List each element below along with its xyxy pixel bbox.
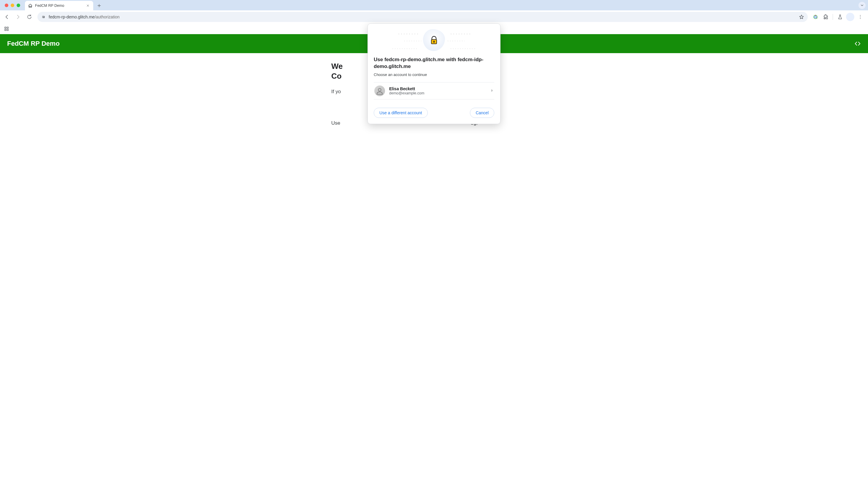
dialog-body: Use fedcm-rp-demo.glitch.me with fedcm-i…: [368, 56, 500, 124]
toolbar-actions: 1: [811, 12, 866, 22]
window-controls: [2, 0, 23, 10]
dialog-title: Use fedcm-rp-demo.glitch.me with fedcm-i…: [374, 56, 494, 70]
svg-point-0: [44, 17, 44, 17]
cancel-button[interactable]: Cancel: [470, 108, 494, 118]
account-name: Elisa Beckett: [389, 86, 487, 91]
svg-point-8: [860, 18, 861, 19]
tab-search-button[interactable]: [859, 2, 866, 9]
tab-strip: FedCM RP Demo: [0, 0, 868, 10]
new-tab-button[interactable]: [95, 1, 103, 10]
extensions-icon[interactable]: [821, 12, 830, 22]
url-host: fedcm-rp-demo.glitch.me: [49, 14, 95, 19]
svg-rect-12: [7, 29, 9, 31]
dialog-subtitle: Choose an account to continue: [374, 72, 494, 77]
browser-tab[interactable]: FedCM RP Demo: [25, 1, 93, 10]
window-minimize-button[interactable]: [11, 4, 14, 7]
svg-point-3: [814, 16, 816, 18]
forward-button[interactable]: [13, 12, 23, 22]
lock-shield-icon: [429, 35, 439, 45]
tab-close-button[interactable]: [86, 3, 90, 8]
svg-point-6: [860, 15, 861, 16]
account-list: Elisa Beckett demo@example.com: [374, 82, 494, 99]
account-email: demo@example.com: [389, 91, 487, 95]
page-header-title: FedCM RP Demo: [7, 40, 60, 48]
dialog-hero: [368, 24, 500, 56]
tab-title: FedCM RP Demo: [35, 4, 83, 8]
fedcm-dialog: Use fedcm-rp-demo.glitch.me with fedcm-i…: [368, 24, 500, 124]
dialog-actions: Use a different account Cancel: [374, 99, 494, 118]
back-button[interactable]: [2, 12, 12, 22]
profile-avatar-icon: [846, 13, 854, 21]
glitch-remix-icon[interactable]: [854, 40, 861, 47]
apps-shortcut-icon[interactable]: [2, 25, 11, 33]
chrome-menu-button[interactable]: [856, 12, 865, 22]
profile-button[interactable]: [845, 12, 855, 22]
account-avatar: [374, 86, 385, 96]
toolbar-divider: [833, 14, 833, 20]
svg-rect-9: [5, 27, 6, 29]
tab-favicon-icon: [28, 3, 33, 8]
svg-rect-11: [5, 29, 6, 31]
reload-button[interactable]: [24, 12, 34, 22]
window-close-button[interactable]: [5, 4, 8, 7]
extension-devtools-icon[interactable]: 1: [811, 12, 820, 22]
account-row[interactable]: Elisa Beckett demo@example.com: [374, 83, 494, 99]
account-text: Elisa Beckett demo@example.com: [389, 86, 487, 95]
svg-point-1: [44, 17, 44, 18]
svg-point-15: [378, 88, 381, 91]
browser-toolbar: fedcm-rp-demo.glitch.me/authorization 1: [0, 10, 868, 24]
address-bar[interactable]: fedcm-rp-demo.glitch.me/authorization: [37, 12, 808, 22]
labs-icon[interactable]: [835, 12, 845, 22]
url-text: fedcm-rp-demo.glitch.me/authorization: [49, 14, 796, 19]
window-zoom-button[interactable]: [17, 4, 20, 7]
chevron-right-icon: [491, 89, 494, 93]
svg-point-5: [849, 15, 851, 17]
bookmark-star-icon[interactable]: [799, 14, 804, 20]
svg-rect-10: [7, 27, 9, 29]
svg-point-7: [860, 16, 861, 17]
url-path: /authorization: [95, 14, 120, 19]
site-settings-icon[interactable]: [41, 14, 46, 19]
svg-text:1: 1: [816, 17, 817, 19]
use-different-account-button[interactable]: Use a different account: [374, 108, 428, 118]
